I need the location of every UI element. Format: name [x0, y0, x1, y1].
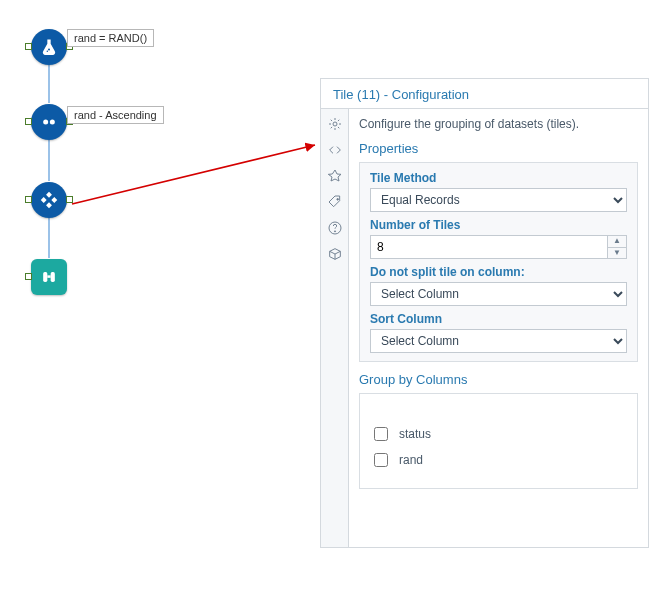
num-tiles-spinner[interactable]: ▲ ▼ — [607, 235, 627, 259]
spinner-up-icon[interactable]: ▲ — [608, 236, 626, 248]
svg-rect-8 — [46, 192, 52, 198]
sort-node-label: rand - Ascending — [67, 106, 164, 124]
svg-point-18 — [334, 231, 335, 232]
properties-title: Properties — [359, 141, 638, 156]
num-tiles-input[interactable] — [370, 235, 607, 259]
groupby-checkbox-rand[interactable] — [374, 453, 388, 467]
tile-method-select[interactable]: Equal Records — [370, 188, 627, 212]
workflow-canvas[interactable]: rand = RAND() rand - Ascending — [0, 0, 320, 609]
formula-node-label: rand = RAND() — [67, 29, 154, 47]
no-split-label: Do not split tile on column: — [370, 265, 627, 279]
sort-tool-node[interactable] — [31, 104, 67, 140]
spinner-down-icon[interactable]: ▼ — [608, 248, 626, 259]
svg-rect-10 — [41, 197, 47, 203]
num-tiles-label: Number of Tiles — [370, 218, 627, 232]
code-icon[interactable] — [326, 141, 344, 159]
svg-rect-11 — [46, 202, 52, 208]
properties-box: Tile Method Equal Records Number of Tile… — [359, 162, 638, 362]
svg-point-5 — [47, 50, 49, 51]
groupby-title: Group by Columns — [359, 372, 638, 387]
svg-rect-12 — [43, 272, 47, 282]
box-icon[interactable] — [326, 245, 344, 263]
flask-icon — [39, 37, 59, 57]
sort-col-select[interactable]: Select Column — [370, 329, 627, 353]
groupby-option-row[interactable]: status — [370, 424, 627, 444]
tile-icon — [39, 190, 59, 210]
formula-tool-node[interactable] — [31, 29, 67, 65]
groupby-option-label: status — [399, 427, 431, 441]
config-panel: Tile (11) - Configuration Configure the … — [320, 78, 649, 548]
tool-rail — [321, 109, 349, 547]
dots-icon — [39, 112, 59, 132]
browse-tool-node[interactable] — [31, 259, 67, 295]
svg-point-7 — [50, 120, 55, 125]
svg-point-16 — [336, 199, 338, 201]
groupby-option-label: rand — [399, 453, 423, 467]
svg-line-3 — [72, 145, 315, 204]
wrench-icon[interactable] — [326, 115, 344, 133]
svg-rect-9 — [51, 197, 57, 203]
svg-point-6 — [43, 120, 48, 125]
groupby-box: status rand — [359, 393, 638, 489]
help-icon[interactable] — [326, 219, 344, 237]
connectors-svg — [0, 0, 320, 609]
svg-point-15 — [333, 122, 337, 126]
tile-method-label: Tile Method — [370, 171, 627, 185]
svg-rect-14 — [47, 275, 50, 278]
svg-rect-13 — [51, 272, 55, 282]
tag-icon[interactable] — [326, 193, 344, 211]
groupby-option-row[interactable]: rand — [370, 450, 627, 470]
sort-col-label: Sort Column — [370, 312, 627, 326]
panel-content: Configure the grouping of datasets (tile… — [349, 109, 648, 547]
binoculars-icon — [39, 267, 59, 287]
groupby-checkbox-status[interactable] — [374, 427, 388, 441]
navigate-icon[interactable] — [326, 167, 344, 185]
svg-point-4 — [48, 49, 50, 51]
panel-description: Configure the grouping of datasets (tile… — [359, 117, 638, 131]
tile-tool-node[interactable] — [31, 182, 67, 218]
no-split-select[interactable]: Select Column — [370, 282, 627, 306]
panel-title: Tile (11) - Configuration — [321, 79, 648, 109]
